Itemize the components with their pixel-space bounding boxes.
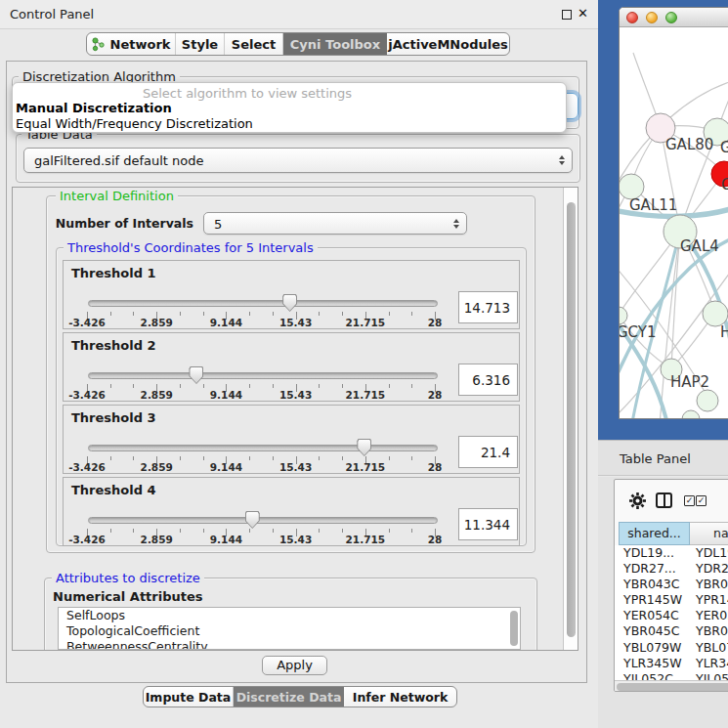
control-panel-titlebar: Control Panel ✕ <box>0 0 598 29</box>
tab-network-label: Network <box>110 37 171 52</box>
table-panel-title: Table Panel <box>620 451 691 466</box>
column-header-shared-name[interactable]: shared... <box>619 522 690 545</box>
network-icon <box>92 37 105 52</box>
network-node-label: GCY1 <box>620 323 657 341</box>
checkbox-icon[interactable]: ✓ <box>684 495 695 506</box>
close-icon[interactable]: ✕ <box>578 6 588 21</box>
table-row[interactable]: YBR045CYBR04 <box>615 623 728 639</box>
number-of-intervals-value: 5 <box>214 216 222 231</box>
threshold-value-field[interactable]: 14.713 <box>458 291 518 323</box>
screen: Control Panel ✕ Network Style Select Cyn… <box>0 0 728 728</box>
vertical-scrollbar-thumb[interactable] <box>567 202 576 637</box>
threshold-panel: Threshold 2 -3.4262.8599.14415.4321.7152… <box>63 332 520 402</box>
attributes-group-title: Attributes to discretize <box>52 571 204 585</box>
table-panel-titlebar: Table Panel <box>598 440 728 476</box>
threshold-panel: Threshold 3 -3.4262.8599.14415.4321.7152… <box>63 405 520 474</box>
interval-definition-title: Interval Definition <box>56 189 178 203</box>
network-node[interactable] <box>682 410 700 419</box>
number-of-intervals-label: Number of Intervals <box>52 216 193 231</box>
slider-thumb[interactable] <box>282 294 297 312</box>
threshold-value-field[interactable]: 21.4 <box>458 436 518 468</box>
combo-stepper-icon <box>559 155 565 165</box>
tab-infer-network[interactable]: Infer Network <box>344 687 456 707</box>
control-panel-title: Control Panel <box>10 7 94 21</box>
table-data-combobox[interactable]: galFiltered.sif default node <box>23 148 573 173</box>
list-scrollbar-thumb[interactable] <box>510 611 518 646</box>
zoom-traffic-light[interactable] <box>665 12 677 23</box>
horizontal-scrollbar[interactable] <box>615 680 728 692</box>
table-header: shared... name <box>615 522 728 545</box>
network-node[interactable] <box>620 307 627 324</box>
table-row[interactable]: YBL079WYBL07 <box>615 640 728 656</box>
tab-style[interactable]: Style <box>176 33 225 55</box>
threshold-sliders: Threshold 1 -3.4262.8599.14415.4321.7152… <box>63 260 520 549</box>
split-columns-icon[interactable] <box>656 492 672 508</box>
network-canvas[interactable]: GAL80GACGAL11GAL4GCY1HHAP2 <box>620 27 728 419</box>
tab-select[interactable]: Select <box>225 33 283 55</box>
combo-stepper-icon <box>453 219 459 229</box>
network-window: GAL80GACGAL11GAL4GCY1HHAP2 <box>619 7 728 419</box>
threshold-value-field[interactable]: 6.316 <box>458 364 518 396</box>
network-node-label: GAL80 <box>665 136 713 153</box>
slider-scale-labels: -3.4262.8599.14415.4321.71528 <box>87 461 435 474</box>
slider-thumb[interactable] <box>245 511 260 529</box>
numerical-attributes-label: Numerical Attributes <box>53 589 203 604</box>
column-header-name[interactable]: name <box>690 522 728 545</box>
attribute-list-item[interactable]: SelfLoops <box>59 608 520 623</box>
slider-track[interactable] <box>88 372 438 379</box>
gear-icon[interactable] <box>629 492 646 509</box>
tab-discretize-data[interactable]: Discretize Data <box>234 687 344 707</box>
slider-thumb[interactable] <box>189 366 203 384</box>
slider-track[interactable] <box>88 517 438 524</box>
network-node-label: C <box>721 176 728 193</box>
algorithm-dropdown-popup: Select algorithm to view settings Manual… <box>12 82 567 133</box>
tab-cyni-toolbox[interactable]: Cyni Toolbox <box>283 33 387 55</box>
dropdown-item-equal-width[interactable]: Equal Width/Frequency Discretization <box>16 116 253 131</box>
vertical-scrollbar[interactable] <box>563 188 578 650</box>
threshold-panel: Threshold 4 -3.4262.8599.14415.4321.7152… <box>63 477 520 546</box>
network-node[interactable] <box>697 390 718 411</box>
apply-button[interactable]: Apply <box>262 656 327 675</box>
network-node-label: H <box>720 323 728 341</box>
slider-scale-labels: -3.4262.8599.14415.4321.71528 <box>87 534 435 546</box>
table-toolbar: ✓ ✓ <box>615 480 728 522</box>
number-of-intervals-combobox[interactable]: 5 <box>203 212 467 235</box>
numerical-attributes-list[interactable]: SelfLoopsTopologicalCoefficientBetweenne… <box>58 607 521 650</box>
horizontal-scrollbar-thumb[interactable] <box>617 683 728 691</box>
threshold-panel: Threshold 1 -3.4262.8599.14415.4321.7152… <box>63 260 520 329</box>
threshold-value-field[interactable]: 11.344 <box>458 508 518 540</box>
network-node-label: GA <box>720 139 728 156</box>
table-row[interactable]: YPR145WYPR14 <box>615 592 728 608</box>
threshold-label: Threshold 4 <box>71 483 156 497</box>
settings-scroll-container: Interval Definition Number of Intervals … <box>12 187 578 651</box>
attribute-list-item[interactable]: TopologicalCoefficient <box>59 623 520 639</box>
minimize-traffic-light[interactable] <box>646 12 658 23</box>
threshold-coordinates-title: Threshold's Coordinates for 5 Intervals <box>64 240 318 255</box>
network-window-titlebar <box>620 8 728 27</box>
slider-thumb[interactable] <box>357 439 371 456</box>
table-row[interactable]: YER054CYER05 <box>615 608 728 623</box>
slider-track[interactable] <box>88 300 438 307</box>
tab-jactivemnodules[interactable]: jActiveMNodules <box>387 33 509 55</box>
threshold-label: Threshold 3 <box>71 410 156 425</box>
slider-scale-labels: -3.4262.8599.14415.4321.71528 <box>87 389 435 402</box>
dropdown-hint: Select algorithm to view settings <box>71 86 423 101</box>
bottom-tabs: Impute Data Discretize Data Infer Networ… <box>143 686 457 707</box>
attribute-list-item[interactable]: BetweennessCentrality <box>59 639 520 650</box>
float-window-icon[interactable] <box>562 10 572 20</box>
tab-network[interactable]: Network <box>87 33 176 55</box>
node-table: ✓ ✓ shared... name YDL19...YDL19YDR27...… <box>614 479 728 692</box>
network-node-label: HAP2 <box>670 373 709 391</box>
threshold-label: Threshold 2 <box>71 338 156 353</box>
table-rows: YDL19...YDL19YDR27...YDR27YBR043CYBR04YP… <box>615 545 728 680</box>
table-row[interactable]: YLR345WYLR34 <box>615 656 728 671</box>
slider-scale-labels: -3.4262.8599.14415.4321.71528 <box>87 317 435 329</box>
tab-impute-data[interactable]: Impute Data <box>144 687 234 707</box>
table-row[interactable]: YDL19...YDL19 <box>615 545 728 561</box>
close-traffic-light[interactable] <box>626 12 638 23</box>
table-row[interactable]: YBR043CYBR04 <box>615 577 728 592</box>
checkbox-icon[interactable]: ✓ <box>696 495 707 506</box>
slider-track[interactable] <box>88 445 438 451</box>
dropdown-item-manual[interactable]: Manual Discretization <box>16 101 172 115</box>
table-row[interactable]: YDR27...YDR27 <box>615 561 728 577</box>
